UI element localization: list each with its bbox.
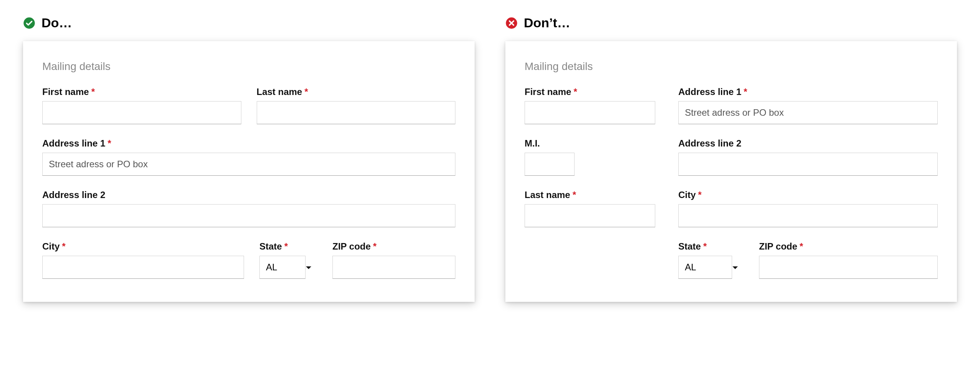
last-name-label: Last name* [525,190,655,200]
zip-label: ZIP code* [332,241,455,252]
chevron-down-icon [306,265,312,271]
state-select[interactable]: AL [259,256,317,279]
addr1-label: Address line 1* [42,138,455,149]
state-select[interactable]: AL [678,256,744,279]
addr1-input[interactable] [42,153,455,176]
addr2-field: Address line 2 [42,190,455,227]
addr2-input[interactable] [42,204,455,227]
last-name-field: Last name* [257,87,456,124]
last-name-input[interactable] [257,101,456,124]
city-label: City* [678,190,938,200]
do-section-title: Mailing details [42,60,455,73]
dont-column: Don’t… Mailing details First name* M.I. [505,15,957,302]
addr2-label: Address line 2 [42,190,455,200]
addr1-field: Address line 1* [42,138,455,176]
do-header-title: Do… [42,15,72,30]
do-header: Do… [23,15,475,30]
dont-header: Don’t… [505,15,957,30]
zip-input[interactable] [759,256,938,279]
addr1-input[interactable] [678,101,938,124]
first-name-input[interactable] [42,101,241,124]
check-circle-icon [23,17,35,29]
first-name-label: First name* [525,87,655,97]
state-value: AL [266,262,277,273]
city-field: City* [678,190,938,227]
mi-input[interactable] [525,153,575,176]
addr1-label: Address line 1* [678,87,938,97]
addr2-input[interactable] [678,153,938,176]
mi-label: M.I. [525,138,655,149]
state-field: State* AL [259,241,317,279]
city-input[interactable] [42,256,244,279]
addr1-field: Address line 1* [678,87,938,124]
state-field: State* AL [678,241,744,279]
zip-field: ZIP code* [759,241,938,279]
first-name-field: First name* [525,87,655,124]
x-circle-icon [505,17,518,29]
first-name-field: First name* [42,87,241,124]
zip-input[interactable] [332,256,455,279]
mi-field: M.I. [525,138,655,176]
last-name-label: Last name* [257,87,456,97]
state-value: AL [685,262,696,273]
dont-header-title: Don’t… [524,15,570,30]
dont-card: Mailing details First name* M.I. [505,41,957,302]
chevron-down-icon [732,265,738,271]
state-label: State* [678,241,744,252]
addr2-label: Address line 2 [678,138,938,149]
addr2-field: Address line 2 [678,138,938,176]
city-input[interactable] [678,204,938,227]
city-field: City* [42,241,244,279]
last-name-field: Last name* [525,190,655,227]
dont-section-title: Mailing details [525,60,938,73]
city-label: City* [42,241,244,252]
do-card: Mailing details First name* Last name* [23,41,475,302]
zip-field: ZIP code* [332,241,455,279]
zip-label: ZIP code* [759,241,938,252]
first-name-label: First name* [42,87,241,97]
state-label: State* [259,241,317,252]
first-name-input[interactable] [525,101,655,124]
last-name-input[interactable] [525,204,655,227]
do-column: Do… Mailing details First name* Last nam… [23,15,475,302]
